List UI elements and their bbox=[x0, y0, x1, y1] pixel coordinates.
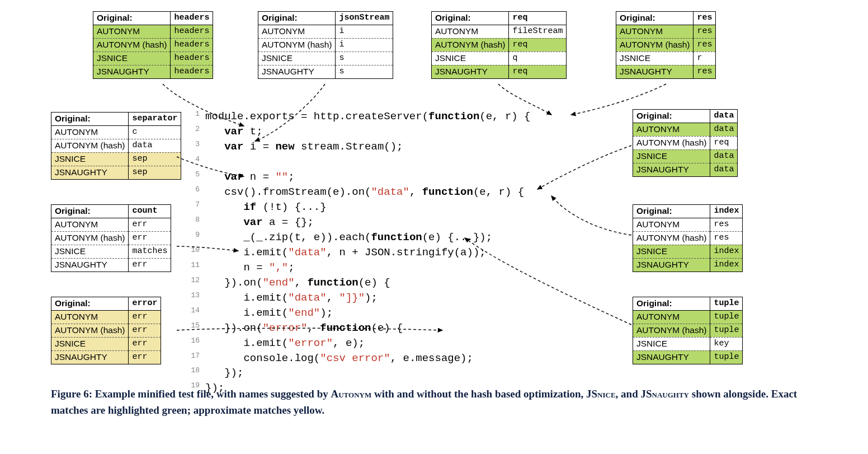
table-headers: Original:headersAUTONYMheadersAUTONYM (h… bbox=[93, 11, 213, 79]
table-error: Original:errorAUTONYMerrAUTONYM (hash)er… bbox=[51, 297, 161, 364]
table-separator: Original:separatorAUTONYMcAUTONYM (hash)… bbox=[51, 112, 181, 180]
table-res: Original:resAUTONYMresAUTONYM (hash)resJ… bbox=[616, 11, 716, 79]
figure-container: Original:headersAUTONYMheadersAUTONYM (h… bbox=[51, 11, 817, 381]
table-index: Original:indexAUTONYMresAUTONYM (hash)re… bbox=[633, 204, 743, 272]
table-req: Original:reqAUTONYMfileStreamAUTONYM (ha… bbox=[431, 11, 567, 79]
table-count: Original:countAUTONYMerrAUTONYM (hash)er… bbox=[51, 204, 171, 272]
table-jsonstream: Original:jsonStreamAUTONYMiAUTONYM (hash… bbox=[258, 11, 393, 79]
code-listing: 1module.exports = http.createServer(func… bbox=[185, 109, 531, 396]
table-tuple: Original:tupleAUTONYMtupleAUTONYM (hash)… bbox=[633, 297, 743, 364]
table-data: Original:dataAUTONYMdataAUTONYM (hash)re… bbox=[633, 109, 738, 177]
